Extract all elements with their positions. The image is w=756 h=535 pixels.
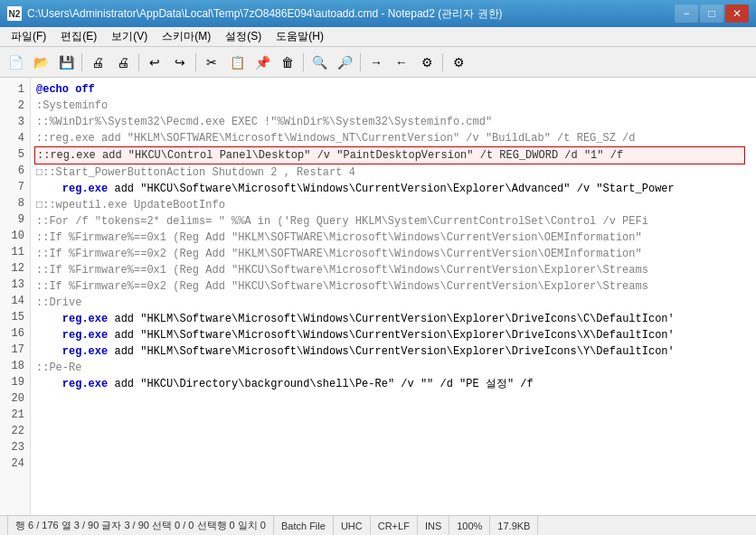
line-1: @echo off xyxy=(36,81,751,98)
editor-content[interactable]: @echo off:Systeminfo::%WinDir%\System32\… xyxy=(31,78,756,515)
line-number-15: 15 xyxy=(5,309,24,325)
menu-item-e[interactable]: 편집(E) xyxy=(53,27,104,46)
line-number-4: 4 xyxy=(5,130,24,146)
window-title: C:\Users\Administrator\AppData\Local\Tem… xyxy=(27,6,675,22)
editor-container: 123456789101112131415161718192021222324 … xyxy=(0,78,756,515)
line-number-1: 1 xyxy=(5,81,24,98)
menu-item-f[interactable]: 파일(F) xyxy=(4,27,53,46)
line-6: ::reg.exe add "HKCU\Control Panel\Deskto… xyxy=(36,146,751,164)
maximize-button[interactable]: □ xyxy=(700,5,723,23)
line-number-6: 6 xyxy=(5,163,24,179)
highlighted-line: ::reg.exe add "HKCU\Control Panel\Deskto… xyxy=(34,146,745,164)
print2-button[interactable]: 🖨 xyxy=(111,51,135,74)
delete-button[interactable]: 🗑 xyxy=(276,51,299,74)
line-number-9: 9 xyxy=(5,211,24,228)
tools-button[interactable]: ⚙ xyxy=(415,51,439,74)
line-24: reg.exe add "HKCU\Directory\background\s… xyxy=(36,376,751,392)
line-11: □::wpeutil.exe UpdateBootInfo xyxy=(36,197,751,213)
line-number-12: 12 xyxy=(5,260,24,277)
line-8: □::Start_PowerButtonAction Shutdown 2 , … xyxy=(36,164,751,181)
print-button[interactable]: 🖨 xyxy=(86,51,109,74)
cut-button[interactable]: ✂ xyxy=(200,51,223,74)
replace-button[interactable]: 🔎 xyxy=(333,51,356,74)
status-bar: 행 6 / 176 열 3 / 90 글자 3 / 90 선택 0 / 0 선택… xyxy=(0,515,756,535)
line-5: ::reg.exe add "HKLM\SOFTWARE\Microsoft\W… xyxy=(36,130,751,146)
line-13: ::If %Firmware%==0x1 (Reg Add "HKLM\SOFT… xyxy=(36,230,751,246)
status-filetype: Batch File xyxy=(274,516,334,535)
toolbar: 📄 📂 💾 🖨 🖨 ↩ ↪ ✂ 📋 📌 🗑 🔍 🔎 → ← ⚙ ⚙ xyxy=(0,47,756,78)
line-number-14: 14 xyxy=(5,293,24,309)
menu-bar: 파일(F)편집(E)보기(V)스키마(M)설정(S)도움말(H) xyxy=(0,27,756,47)
line-number-21: 21 xyxy=(5,407,24,423)
undo-button[interactable]: ↩ xyxy=(143,51,166,74)
outdent-button[interactable]: ← xyxy=(390,51,413,74)
line-number-7: 7 xyxy=(5,179,24,195)
paste-button[interactable]: 📌 xyxy=(250,51,274,74)
line-4: ::%WinDir%\System32\Pecmd.exe EXEC !"%Wi… xyxy=(36,114,751,130)
title-bar: N2 C:\Users\Administrator\AppData\Local\… xyxy=(0,0,756,27)
line-number-20: 20 xyxy=(5,390,24,407)
status-zoom: 100% xyxy=(449,516,490,535)
redo-button[interactable]: ↪ xyxy=(168,51,192,74)
line-number-2: 2 xyxy=(5,98,24,114)
line-23: ::Pe-Re xyxy=(36,360,751,376)
line-14: ::If %Firmware%==0x2 (Reg Add "HKLM\SOFT… xyxy=(36,246,751,262)
line-18: ::Drive xyxy=(36,295,751,311)
window-controls: − □ ✕ xyxy=(675,5,749,23)
copy-button[interactable]: 📋 xyxy=(225,51,249,74)
find-button[interactable]: 🔍 xyxy=(307,51,331,74)
open-button[interactable]: 📂 xyxy=(29,51,52,74)
line-number-17: 17 xyxy=(5,342,24,358)
line-number-11: 11 xyxy=(5,244,24,260)
menu-item-h[interactable]: 도움말(H) xyxy=(269,27,331,46)
line-9: reg.exe add "HKCU\Software\Microsoft\Win… xyxy=(36,181,751,197)
line-number-22: 22 xyxy=(5,423,24,439)
line-number-24: 24 xyxy=(5,455,24,472)
status-mode: INS xyxy=(418,516,449,535)
line-number-8: 8 xyxy=(5,195,24,211)
indent-button[interactable]: → xyxy=(364,51,388,74)
line-numbers: 123456789101112131415161718192021222324 xyxy=(0,78,31,515)
menu-item-v[interactable]: 보기(V) xyxy=(104,27,155,46)
line-21: reg.exe add "HKLM\Software\Microsoft\Win… xyxy=(36,343,751,360)
close-button[interactable]: ✕ xyxy=(725,5,749,23)
line-number-5: 5 xyxy=(5,146,24,163)
menu-item-m[interactable]: 스키마(M) xyxy=(155,27,218,46)
new-button[interactable]: 📄 xyxy=(4,51,27,74)
line-3: :Systeminfo xyxy=(36,98,751,114)
status-lineending: CR+LF xyxy=(371,516,418,535)
line-number-18: 18 xyxy=(5,358,24,374)
line-16: ::If %Firmware%==0x2 (Reg Add "HKCU\Soft… xyxy=(36,278,751,295)
line-number-19: 19 xyxy=(5,374,24,390)
menu-item-s[interactable]: 설정(S) xyxy=(218,27,269,46)
status-filesize: 17.9KB xyxy=(490,516,538,535)
minimize-button[interactable]: − xyxy=(675,5,698,23)
line-number-3: 3 xyxy=(5,114,24,130)
line-number-10: 10 xyxy=(5,228,24,244)
save-button[interactable]: 💾 xyxy=(54,51,78,74)
line-20: reg.exe add "HKLM\Software\Microsoft\Win… xyxy=(36,327,751,343)
line-19: reg.exe add "HKLM\Software\Microsoft\Win… xyxy=(36,311,751,327)
line-number-13: 13 xyxy=(5,277,24,293)
line-number-16: 16 xyxy=(5,325,24,342)
status-encoding: UHC xyxy=(334,516,371,535)
app-icon: N2 xyxy=(7,6,22,21)
line-15: ::If %Firmware%==0x1 (Reg Add "HKCU\Soft… xyxy=(36,262,751,278)
settings-button[interactable]: ⚙ xyxy=(447,51,470,74)
line-12: ::For /f "tokens=2* delims= " %%A in ('R… xyxy=(36,213,751,230)
status-position: 행 6 / 176 열 3 / 90 글자 3 / 90 선택 0 / 0 선택… xyxy=(7,516,274,535)
line-number-23: 23 xyxy=(5,439,24,455)
